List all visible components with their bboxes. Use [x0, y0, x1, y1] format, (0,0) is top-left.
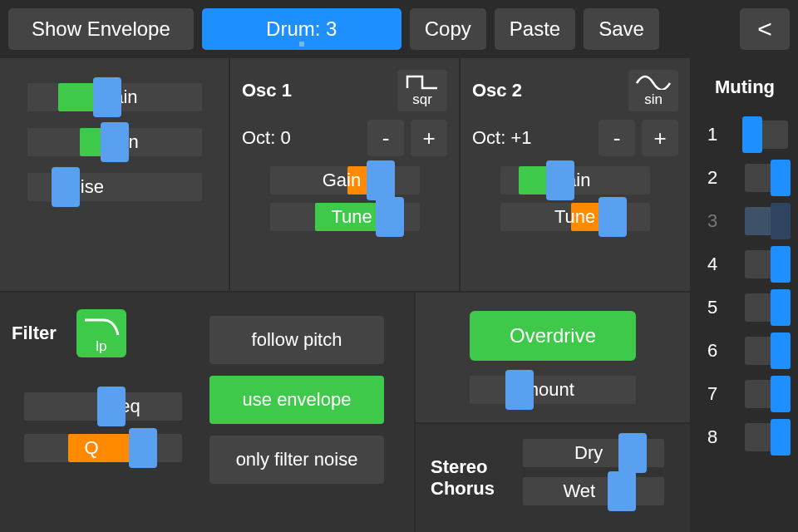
- filter-type-label: lp: [96, 338, 106, 355]
- overdrive-amount-slider[interactable]: Amount: [470, 376, 636, 404]
- osc2-gain-slider[interactable]: Gain: [500, 166, 650, 195]
- mute-num: 6: [702, 340, 723, 362]
- mute-switch-5[interactable]: [745, 293, 788, 322]
- drum-selector-indicator-icon: [299, 42, 304, 47]
- chorus-title-1: Stereo: [431, 456, 495, 478]
- master-pan-slider[interactable]: Pan: [27, 128, 202, 156]
- filter-title: Filter: [12, 323, 57, 344]
- mute-num: 3: [702, 210, 723, 232]
- master-gain-slider[interactable]: Gain: [27, 83, 202, 111]
- osc1-oct-plus-button[interactable]: +: [411, 120, 447, 156]
- master-panel: Gain Pan Noise: [0, 58, 229, 291]
- osc2-panel: Osc 2 sin Oct: +1 - + Gain T: [461, 58, 690, 291]
- mute-row-7: 7: [700, 372, 790, 416]
- osc2-wave-label: sin: [644, 91, 663, 108]
- mute-num: 4: [702, 254, 723, 275]
- osc2-tune-slider[interactable]: Tune: [500, 203, 650, 231]
- square-wave-icon: [404, 73, 441, 90]
- mute-row-6: 6: [700, 329, 790, 372]
- use-envelope-toggle[interactable]: use envelope: [209, 376, 384, 424]
- mute-num: 1: [702, 124, 723, 145]
- osc1-tune-slider[interactable]: Tune: [270, 203, 420, 231]
- osc2-oct-plus-button[interactable]: +: [642, 120, 678, 156]
- overdrive-button[interactable]: Overdrive: [470, 311, 636, 361]
- mute-switch-7[interactable]: [745, 380, 788, 408]
- master-noise-slider[interactable]: Noise: [27, 173, 202, 201]
- osc2-oct-minus-button[interactable]: -: [598, 120, 635, 156]
- mute-num: 5: [702, 297, 723, 318]
- chorus-dry-slider[interactable]: Dry: [523, 439, 664, 467]
- show-envelope-button[interactable]: Show Envelope: [8, 8, 194, 50]
- chorus-panel: Stereo Chorus Dry Wet: [416, 424, 690, 532]
- muting-list: 12345678: [700, 113, 790, 459]
- mute-switch-2[interactable]: [745, 164, 788, 192]
- save-button[interactable]: Save: [584, 8, 659, 50]
- drum-label: Drum: 3: [266, 17, 337, 41]
- osc2-title: Osc 2: [472, 80, 522, 101]
- lowpass-icon: [81, 313, 121, 338]
- osc1-gain-slider[interactable]: Gain: [270, 166, 420, 195]
- mute-switch-4[interactable]: [745, 250, 788, 278]
- filter-q-slider[interactable]: Q: [24, 434, 182, 462]
- mute-row-3: 3: [700, 200, 790, 243]
- overdrive-panel: Overdrive Amount: [416, 293, 690, 422]
- osc2-oct-label: Oct: +1: [472, 127, 547, 149]
- back-button[interactable]: <: [740, 8, 790, 50]
- muting-panel: < Muting 12345678: [690, 0, 798, 532]
- muting-title: Muting: [700, 76, 790, 98]
- osc1-wave-button[interactable]: sqr: [397, 70, 447, 111]
- mute-row-8: 8: [700, 416, 790, 459]
- topbar: Show Envelope Drum: 3 Copy Paste Save: [0, 0, 690, 58]
- paste-button[interactable]: Paste: [495, 8, 575, 50]
- filter-panel: Filter lp Freq Q follow pitch use envelo…: [0, 293, 414, 532]
- osc1-title: Osc 1: [242, 80, 292, 101]
- filter-type-button[interactable]: lp: [76, 309, 126, 357]
- mute-row-5: 5: [700, 286, 790, 329]
- only-filter-noise-toggle[interactable]: only filter noise: [209, 436, 384, 484]
- mute-switch-8[interactable]: [745, 423, 788, 451]
- mute-switch-1[interactable]: [745, 121, 788, 149]
- mute-num: 7: [702, 383, 723, 405]
- mute-row-1: 1: [700, 113, 790, 156]
- chorus-title-2: Chorus: [431, 478, 495, 500]
- mute-row-2: 2: [700, 156, 790, 200]
- osc1-oct-label: Oct: 0: [242, 127, 308, 149]
- mute-num: 2: [702, 167, 723, 189]
- drum-selector-button[interactable]: Drum: 3: [202, 8, 401, 50]
- osc1-panel: Osc 1 sqr Oct: 0 - + Gain Tu: [230, 58, 459, 291]
- copy-button[interactable]: Copy: [410, 8, 486, 50]
- mute-switch-6[interactable]: [745, 337, 788, 365]
- sine-wave-icon: [635, 73, 672, 90]
- mute-row-4: 4: [700, 243, 790, 286]
- mute-switch-3: [745, 207, 788, 235]
- chorus-wet-slider[interactable]: Wet: [523, 477, 664, 505]
- follow-pitch-toggle[interactable]: follow pitch: [209, 316, 384, 364]
- osc1-wave-label: sqr: [412, 91, 432, 108]
- osc1-oct-minus-button[interactable]: -: [367, 120, 404, 156]
- filter-freq-slider[interactable]: Freq: [24, 392, 182, 421]
- osc2-wave-button[interactable]: sin: [628, 70, 678, 111]
- mute-num: 8: [702, 426, 723, 448]
